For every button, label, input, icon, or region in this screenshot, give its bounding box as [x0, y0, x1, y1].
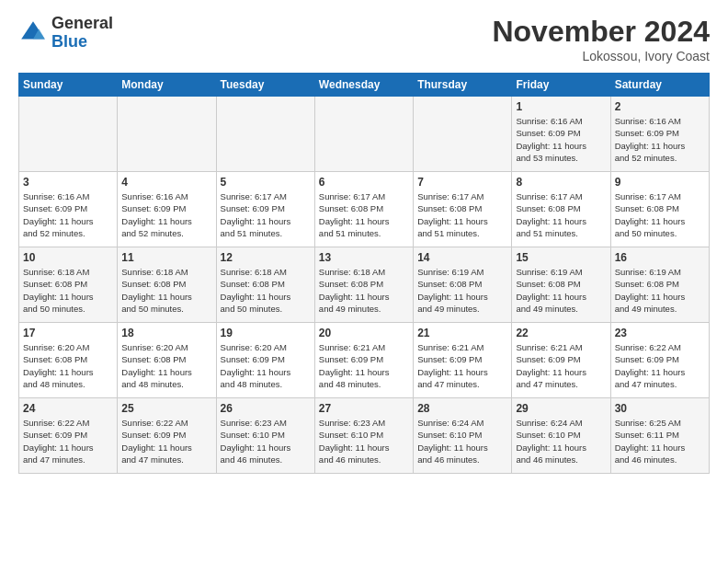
day-info: Sunrise: 6:22 AM Sunset: 6:09 PM Dayligh…	[615, 341, 705, 390]
calendar-cell-w4-d6: 23Sunrise: 6:22 AM Sunset: 6:09 PM Dayli…	[610, 323, 709, 398]
calendar-cell-w1-d1	[118, 97, 216, 172]
header-saturday: Saturday	[610, 74, 709, 97]
day-info: Sunrise: 6:24 AM Sunset: 6:10 PM Dayligh…	[417, 417, 507, 465]
calendar-cell-w1-d4	[414, 97, 512, 172]
logo-general-text: General	[51, 15, 113, 33]
calendar-cell-w3-d1: 11Sunrise: 6:18 AM Sunset: 6:08 PM Dayli…	[118, 247, 216, 323]
day-number: 4	[121, 176, 211, 189]
calendar-cell-w3-d3: 13Sunrise: 6:18 AM Sunset: 6:08 PM Dayli…	[314, 247, 413, 323]
day-info: Sunrise: 6:18 AM Sunset: 6:08 PM Dayligh…	[23, 266, 113, 315]
week-row-5: 24Sunrise: 6:22 AM Sunset: 6:09 PM Dayli…	[19, 398, 710, 474]
calendar-cell-w4-d5: 22Sunrise: 6:21 AM Sunset: 6:09 PM Dayli…	[512, 323, 610, 398]
day-info: Sunrise: 6:25 AM Sunset: 6:11 PM Dayligh…	[615, 417, 705, 465]
calendar-cell-w3-d0: 10Sunrise: 6:18 AM Sunset: 6:08 PM Dayli…	[19, 247, 118, 323]
logo-icon	[18, 18, 48, 48]
day-info: Sunrise: 6:17 AM Sunset: 6:08 PM Dayligh…	[615, 190, 705, 239]
day-number: 22	[516, 327, 606, 339]
day-info: Sunrise: 6:19 AM Sunset: 6:08 PM Dayligh…	[516, 266, 606, 315]
day-info: Sunrise: 6:17 AM Sunset: 6:08 PM Dayligh…	[417, 190, 507, 239]
day-number: 5	[221, 176, 311, 189]
day-number: 11	[121, 251, 211, 264]
calendar-cell-w5-d0: 24Sunrise: 6:22 AM Sunset: 6:09 PM Dayli…	[19, 398, 118, 474]
day-info: Sunrise: 6:18 AM Sunset: 6:08 PM Dayligh…	[121, 266, 211, 315]
day-number: 9	[615, 176, 705, 189]
calendar-cell-w2-d3: 6Sunrise: 6:17 AM Sunset: 6:08 PM Daylig…	[314, 172, 413, 247]
day-info: Sunrise: 6:18 AM Sunset: 6:08 PM Dayligh…	[319, 266, 409, 315]
day-info: Sunrise: 6:19 AM Sunset: 6:08 PM Dayligh…	[417, 266, 507, 315]
day-number: 16	[615, 251, 705, 264]
day-info: Sunrise: 6:23 AM Sunset: 6:10 PM Dayligh…	[319, 417, 409, 465]
day-number: 19	[221, 327, 311, 339]
calendar-cell-w5-d6: 30Sunrise: 6:25 AM Sunset: 6:11 PM Dayli…	[610, 398, 709, 474]
calendar-table: Sunday Monday Tuesday Wednesday Thursday…	[18, 73, 710, 474]
day-info: Sunrise: 6:16 AM Sunset: 6:09 PM Dayligh…	[615, 115, 705, 164]
day-info: Sunrise: 6:16 AM Sunset: 6:09 PM Dayligh…	[121, 190, 211, 239]
day-number: 21	[417, 327, 507, 339]
day-info: Sunrise: 6:20 AM Sunset: 6:08 PM Dayligh…	[121, 341, 211, 390]
day-info: Sunrise: 6:17 AM Sunset: 6:08 PM Dayligh…	[516, 190, 606, 239]
day-info: Sunrise: 6:20 AM Sunset: 6:09 PM Dayligh…	[221, 341, 311, 390]
day-number: 2	[615, 100, 705, 113]
day-info: Sunrise: 6:17 AM Sunset: 6:09 PM Dayligh…	[221, 190, 311, 239]
calendar-cell-w5-d4: 28Sunrise: 6:24 AM Sunset: 6:10 PM Dayli…	[414, 398, 512, 474]
calendar-cell-w4-d3: 20Sunrise: 6:21 AM Sunset: 6:09 PM Dayli…	[314, 323, 413, 398]
header-friday: Friday	[512, 74, 610, 97]
header-monday: Monday	[118, 74, 216, 97]
day-number: 10	[23, 251, 113, 264]
day-number: 15	[516, 251, 606, 264]
day-info: Sunrise: 6:19 AM Sunset: 6:08 PM Dayligh…	[615, 266, 705, 315]
calendar-cell-w1-d6: 2Sunrise: 6:16 AM Sunset: 6:09 PM Daylig…	[610, 97, 709, 172]
day-number: 12	[221, 251, 311, 264]
calendar-page: General Blue November 2024 Lokossou, Ivo…	[0, 0, 728, 483]
calendar-cell-w4-d4: 21Sunrise: 6:21 AM Sunset: 6:09 PM Dayli…	[414, 323, 512, 398]
calendar-cell-w2-d0: 3Sunrise: 6:16 AM Sunset: 6:09 PM Daylig…	[19, 172, 118, 247]
day-info: Sunrise: 6:16 AM Sunset: 6:09 PM Dayligh…	[23, 190, 113, 239]
calendar-cell-w1-d2	[216, 97, 314, 172]
calendar-cell-w2-d2: 5Sunrise: 6:17 AM Sunset: 6:09 PM Daylig…	[216, 172, 314, 247]
month-title: November 2024	[492, 15, 710, 49]
day-info: Sunrise: 6:24 AM Sunset: 6:10 PM Dayligh…	[516, 417, 606, 465]
day-number: 24	[23, 402, 113, 415]
logo: General Blue	[18, 15, 113, 52]
calendar-cell-w3-d2: 12Sunrise: 6:18 AM Sunset: 6:08 PM Dayli…	[216, 247, 314, 323]
day-number: 17	[23, 327, 113, 339]
title-area: November 2024 Lokossou, Ivory Coast	[492, 15, 710, 63]
day-number: 28	[417, 402, 507, 415]
day-info: Sunrise: 6:22 AM Sunset: 6:09 PM Dayligh…	[121, 417, 211, 465]
day-number: 8	[516, 176, 606, 189]
calendar-cell-w2-d1: 4Sunrise: 6:16 AM Sunset: 6:09 PM Daylig…	[118, 172, 216, 247]
day-info: Sunrise: 6:17 AM Sunset: 6:08 PM Dayligh…	[319, 190, 409, 239]
day-info: Sunrise: 6:23 AM Sunset: 6:10 PM Dayligh…	[221, 417, 311, 465]
week-row-3: 10Sunrise: 6:18 AM Sunset: 6:08 PM Dayli…	[19, 247, 710, 323]
day-number: 26	[221, 402, 311, 415]
week-row-1: 1Sunrise: 6:16 AM Sunset: 6:09 PM Daylig…	[19, 97, 710, 172]
calendar-cell-w1-d3	[314, 97, 413, 172]
day-number: 6	[319, 176, 409, 189]
calendar-cell-w2-d4: 7Sunrise: 6:17 AM Sunset: 6:08 PM Daylig…	[414, 172, 512, 247]
day-number: 20	[319, 327, 409, 339]
calendar-cell-w5-d1: 25Sunrise: 6:22 AM Sunset: 6:09 PM Dayli…	[118, 398, 216, 474]
location: Lokossou, Ivory Coast	[492, 49, 710, 63]
week-row-4: 17Sunrise: 6:20 AM Sunset: 6:08 PM Dayli…	[19, 323, 710, 398]
day-number: 7	[417, 176, 507, 189]
day-number: 30	[615, 402, 705, 415]
day-info: Sunrise: 6:18 AM Sunset: 6:08 PM Dayligh…	[221, 266, 311, 315]
week-row-2: 3Sunrise: 6:16 AM Sunset: 6:09 PM Daylig…	[19, 172, 710, 247]
day-number: 29	[516, 402, 606, 415]
day-number: 25	[121, 402, 211, 415]
header-tuesday: Tuesday	[216, 74, 314, 97]
day-number: 1	[516, 100, 606, 113]
header: General Blue November 2024 Lokossou, Ivo…	[18, 15, 710, 63]
day-info: Sunrise: 6:22 AM Sunset: 6:09 PM Dayligh…	[23, 417, 113, 465]
calendar-cell-w1-d0	[19, 97, 118, 172]
calendar-cell-w4-d0: 17Sunrise: 6:20 AM Sunset: 6:08 PM Dayli…	[19, 323, 118, 398]
header-sunday: Sunday	[19, 74, 118, 97]
calendar-cell-w1-d5: 1Sunrise: 6:16 AM Sunset: 6:09 PM Daylig…	[512, 97, 610, 172]
calendar-cell-w5-d2: 26Sunrise: 6:23 AM Sunset: 6:10 PM Dayli…	[216, 398, 314, 474]
day-number: 27	[319, 402, 409, 415]
calendar-cell-w3-d5: 15Sunrise: 6:19 AM Sunset: 6:08 PM Dayli…	[512, 247, 610, 323]
day-number: 18	[121, 327, 211, 339]
day-info: Sunrise: 6:21 AM Sunset: 6:09 PM Dayligh…	[516, 341, 606, 390]
day-info: Sunrise: 6:21 AM Sunset: 6:09 PM Dayligh…	[417, 341, 507, 390]
calendar-cell-w3-d4: 14Sunrise: 6:19 AM Sunset: 6:08 PM Dayli…	[414, 247, 512, 323]
